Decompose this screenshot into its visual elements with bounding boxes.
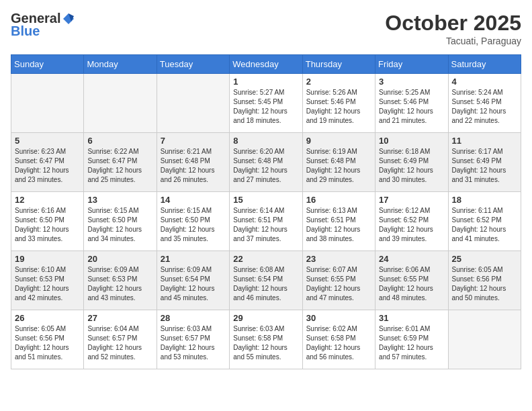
day-info: Sunrise: 5:25 AM Sunset: 5:46 PM Dayligh… [379,88,444,126]
calendar-week-row: 19Sunrise: 6:10 AM Sunset: 6:53 PM Dayli… [11,251,521,310]
calendar-day-cell: 12Sunrise: 6:16 AM Sunset: 6:50 PM Dayli… [11,192,84,251]
day-info: Sunrise: 6:15 AM Sunset: 6:50 PM Dayligh… [161,206,226,244]
day-info: Sunrise: 6:05 AM Sunset: 6:56 PM Dayligh… [452,265,517,303]
day-info: Sunrise: 6:17 AM Sunset: 6:49 PM Dayligh… [452,147,517,185]
day-number: 8 [233,136,298,146]
day-number: 30 [306,313,371,323]
day-number: 1 [233,77,298,87]
weekday-header: Monday [84,55,157,74]
calendar-day-cell: 8Sunrise: 6:20 AM Sunset: 6:48 PM Daylig… [230,133,302,192]
day-number: 11 [452,136,517,146]
weekday-header: Sunday [11,55,84,74]
day-number: 20 [87,254,152,264]
calendar-day-cell: 29Sunrise: 6:03 AM Sunset: 6:58 PM Dayli… [230,310,302,369]
calendar-day-cell [84,74,157,133]
calendar-day-cell: 9Sunrise: 6:19 AM Sunset: 6:48 PM Daylig… [302,133,375,192]
day-info: Sunrise: 6:20 AM Sunset: 6:48 PM Dayligh… [233,147,298,185]
page-header: General Blue October 2025 Tacuati, Parag… [11,11,521,46]
calendar-day-cell [448,310,521,369]
calendar-week-row: 26Sunrise: 6:05 AM Sunset: 6:56 PM Dayli… [11,310,521,369]
day-info: Sunrise: 6:02 AM Sunset: 6:58 PM Dayligh… [306,324,371,362]
day-info: Sunrise: 6:09 AM Sunset: 6:53 PM Dayligh… [87,265,152,303]
weekday-header: Tuesday [157,55,229,74]
day-info: Sunrise: 6:03 AM Sunset: 6:57 PM Dayligh… [161,324,226,362]
calendar-day-cell [11,74,84,133]
calendar-day-cell: 13Sunrise: 6:15 AM Sunset: 6:50 PM Dayli… [84,192,157,251]
calendar-day-cell: 30Sunrise: 6:02 AM Sunset: 6:58 PM Dayli… [302,310,375,369]
calendar-day-cell: 10Sunrise: 6:18 AM Sunset: 6:49 PM Dayli… [375,133,448,192]
day-info: Sunrise: 6:01 AM Sunset: 6:59 PM Dayligh… [379,324,444,362]
day-number: 18 [452,195,517,205]
calendar-week-row: 1Sunrise: 5:27 AM Sunset: 5:45 PM Daylig… [11,74,521,133]
day-number: 19 [15,254,80,264]
calendar-table: SundayMondayTuesdayWednesdayThursdayFrid… [11,54,521,369]
day-info: Sunrise: 5:24 AM Sunset: 5:46 PM Dayligh… [452,88,517,126]
calendar-day-cell: 28Sunrise: 6:03 AM Sunset: 6:57 PM Dayli… [157,310,229,369]
logo: General Blue [11,11,75,39]
day-info: Sunrise: 6:06 AM Sunset: 6:55 PM Dayligh… [379,265,444,303]
calendar-day-cell: 7Sunrise: 6:21 AM Sunset: 6:48 PM Daylig… [157,133,229,192]
weekday-header-row: SundayMondayTuesdayWednesdayThursdayFrid… [11,55,521,74]
weekday-header: Thursday [302,55,375,74]
day-info: Sunrise: 6:19 AM Sunset: 6:48 PM Dayligh… [306,147,371,185]
day-info: Sunrise: 6:11 AM Sunset: 6:52 PM Dayligh… [452,206,517,244]
day-info: Sunrise: 6:13 AM Sunset: 6:51 PM Dayligh… [306,206,371,244]
day-number: 7 [161,136,226,146]
day-number: 21 [161,254,226,264]
day-number: 12 [15,195,80,205]
day-number: 5 [15,136,80,146]
day-number: 25 [452,254,517,264]
calendar-day-cell [157,74,229,133]
calendar-week-row: 5Sunrise: 6:23 AM Sunset: 6:47 PM Daylig… [11,133,521,192]
calendar-day-cell: 3Sunrise: 5:25 AM Sunset: 5:46 PM Daylig… [375,74,448,133]
day-info: Sunrise: 6:18 AM Sunset: 6:49 PM Dayligh… [379,147,444,185]
day-info: Sunrise: 6:10 AM Sunset: 6:53 PM Dayligh… [15,265,80,303]
calendar-day-cell: 6Sunrise: 6:22 AM Sunset: 6:47 PM Daylig… [84,133,157,192]
calendar-day-cell: 17Sunrise: 6:12 AM Sunset: 6:52 PM Dayli… [375,192,448,251]
day-info: Sunrise: 6:23 AM Sunset: 6:47 PM Dayligh… [15,147,80,185]
calendar-day-cell: 21Sunrise: 6:09 AM Sunset: 6:54 PM Dayli… [157,251,229,310]
day-number: 17 [379,195,444,205]
calendar-day-cell: 27Sunrise: 6:04 AM Sunset: 6:57 PM Dayli… [84,310,157,369]
calendar-day-cell: 24Sunrise: 6:06 AM Sunset: 6:55 PM Dayli… [375,251,448,310]
day-info: Sunrise: 6:09 AM Sunset: 6:54 PM Dayligh… [161,265,226,303]
day-number: 26 [15,313,80,323]
day-number: 3 [379,77,444,87]
day-number: 4 [452,77,517,87]
calendar-day-cell: 1Sunrise: 5:27 AM Sunset: 5:45 PM Daylig… [230,74,302,133]
calendar-day-cell: 14Sunrise: 6:15 AM Sunset: 6:50 PM Dayli… [157,192,229,251]
day-info: Sunrise: 6:05 AM Sunset: 6:56 PM Dayligh… [15,324,80,362]
day-info: Sunrise: 6:04 AM Sunset: 6:57 PM Dayligh… [87,324,152,362]
calendar-day-cell: 19Sunrise: 6:10 AM Sunset: 6:53 PM Dayli… [11,251,84,310]
location-subtitle: Tacuati, Paraguay [385,36,521,46]
day-number: 28 [161,313,226,323]
calendar-day-cell: 20Sunrise: 6:09 AM Sunset: 6:53 PM Dayli… [84,251,157,310]
calendar-day-cell: 18Sunrise: 6:11 AM Sunset: 6:52 PM Dayli… [448,192,521,251]
weekday-header: Saturday [448,55,521,74]
day-info: Sunrise: 6:15 AM Sunset: 6:50 PM Dayligh… [87,206,152,244]
calendar-day-cell: 15Sunrise: 6:14 AM Sunset: 6:51 PM Dayli… [230,192,302,251]
calendar-day-cell: 11Sunrise: 6:17 AM Sunset: 6:49 PM Dayli… [448,133,521,192]
calendar-day-cell: 22Sunrise: 6:08 AM Sunset: 6:54 PM Dayli… [230,251,302,310]
logo-icon [62,12,75,26]
day-number: 2 [306,77,371,87]
day-info: Sunrise: 5:27 AM Sunset: 5:45 PM Dayligh… [233,88,298,126]
day-number: 15 [233,195,298,205]
calendar-day-cell: 26Sunrise: 6:05 AM Sunset: 6:56 PM Dayli… [11,310,84,369]
day-info: Sunrise: 6:07 AM Sunset: 6:55 PM Dayligh… [306,265,371,303]
day-number: 23 [306,254,371,264]
calendar-week-row: 12Sunrise: 6:16 AM Sunset: 6:50 PM Dayli… [11,192,521,251]
logo-blue-text: Blue [11,24,40,39]
day-number: 27 [87,313,152,323]
weekday-header: Friday [375,55,448,74]
day-number: 31 [379,313,444,323]
day-number: 29 [233,313,298,323]
day-number: 6 [87,136,152,146]
day-info: Sunrise: 5:26 AM Sunset: 5:46 PM Dayligh… [306,88,371,126]
day-info: Sunrise: 6:08 AM Sunset: 6:54 PM Dayligh… [233,265,298,303]
calendar-day-cell: 31Sunrise: 6:01 AM Sunset: 6:59 PM Dayli… [375,310,448,369]
day-info: Sunrise: 6:16 AM Sunset: 6:50 PM Dayligh… [15,206,80,244]
calendar-day-cell: 25Sunrise: 6:05 AM Sunset: 6:56 PM Dayli… [448,251,521,310]
day-info: Sunrise: 6:12 AM Sunset: 6:52 PM Dayligh… [379,206,444,244]
day-number: 13 [87,195,152,205]
